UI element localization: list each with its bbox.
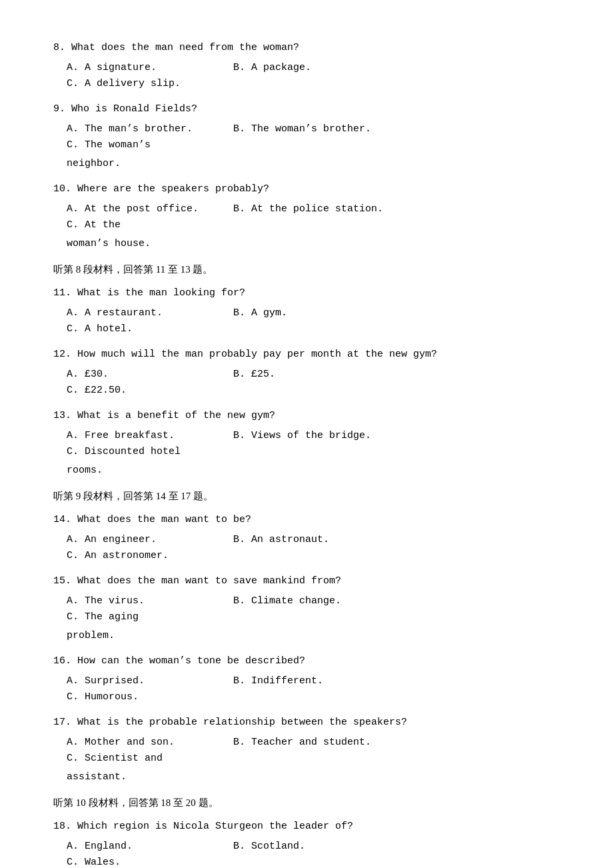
option-c: C. At the: [67, 217, 553, 233]
section-header: 听第 10 段材料，回答第 18 至 20 题。: [53, 795, 560, 811]
wrap-continuation: neighbor.: [67, 156, 560, 172]
options-line: A. A restaurant.B. A gym.C. A hotel.: [67, 305, 560, 337]
option-c: C. Scientist and: [67, 751, 553, 767]
option-c: C. £22.50.: [67, 383, 553, 399]
wrap-continuation: woman’s house.: [67, 236, 560, 252]
section-header: 听第 9 段材料，回答第 14 至 17 题。: [53, 488, 560, 504]
option-c: C. Wales.: [67, 855, 553, 868]
option-b: B. A gym.: [233, 305, 393, 321]
option-a: A. The virus.: [67, 593, 227, 609]
option-b: B. Views of the bridge.: [233, 428, 393, 444]
option-b: B. Scotland.: [233, 839, 393, 855]
option-a: A. A signature.: [67, 60, 227, 76]
option-c: C. An astronomer.: [67, 548, 553, 564]
option-a: A. England.: [67, 839, 227, 855]
option-a: A. Mother and son.: [67, 735, 227, 751]
option-c: C. A hotel.: [67, 321, 553, 337]
question-block: 14. What does the man want to be?A. An e…: [53, 512, 560, 564]
question-block: 9. Who is Ronald Fields?A. The man’s bro…: [53, 101, 560, 172]
wrap-continuation: problem.: [67, 628, 560, 644]
question-block: 13. What is a benefit of the new gym?A. …: [53, 408, 560, 479]
option-a: A. The man’s brother.: [67, 121, 227, 137]
question-line: 18. Which region is Nicola Sturgeon the …: [53, 819, 560, 835]
options-line: A. A signature.B. A package.C. A deliver…: [67, 60, 560, 92]
options-line: A. England.B. Scotland.C. Wales.: [67, 839, 560, 868]
options-line: A. Free breakfast.B. Views of the bridge…: [67, 428, 560, 460]
option-c: C. The woman’s: [67, 137, 553, 153]
question-block: 17. What is the probable relationship be…: [53, 715, 560, 785]
question-block: 12. How much will the man probably pay p…: [53, 347, 560, 399]
option-b: B. A package.: [233, 60, 393, 76]
question-line: 8. What does the man need from the woman…: [53, 40, 560, 56]
question-line: 10. Where are the speakers probably?: [53, 181, 560, 197]
option-c: C. The aging: [67, 609, 553, 625]
question-line: 16. How can the woman’s tone be describe…: [53, 653, 560, 669]
options-line: A. At the post office.B. At the police s…: [67, 201, 560, 233]
question-line: 12. How much will the man probably pay p…: [53, 347, 560, 363]
question-line: 15. What does the man want to save manki…: [53, 573, 560, 589]
option-b: B. Indifferent.: [233, 673, 393, 689]
question-line: 14. What does the man want to be?: [53, 512, 560, 528]
option-c: C. Discounted hotel: [67, 444, 553, 460]
option-b: B. At the police station.: [233, 201, 393, 217]
option-a: A. At the post office.: [67, 201, 227, 217]
option-b: B. An astronaut.: [233, 532, 393, 548]
option-a: A. £30.: [67, 367, 227, 383]
option-c: C. A delivery slip.: [67, 76, 553, 92]
options-line: A. Mother and son.B. Teacher and student…: [67, 735, 560, 767]
question-block: 15. What does the man want to save manki…: [53, 573, 560, 644]
options-line: A. The man’s brother.B. The woman’s brot…: [67, 121, 560, 153]
options-line: A. The virus.B. Climate change.C. The ag…: [67, 593, 560, 625]
option-a: A. Free breakfast.: [67, 428, 227, 444]
question-block: 18. Which region is Nicola Sturgeon the …: [53, 819, 560, 868]
question-line: 17. What is the probable relationship be…: [53, 715, 560, 731]
options-line: A. £30.B. £25.C. £22.50.: [67, 367, 560, 399]
wrap-continuation: assistant.: [67, 769, 560, 785]
question-block: 11. What is the man looking for?A. A res…: [53, 285, 560, 337]
question-block: 10. Where are the speakers probably?A. A…: [53, 181, 560, 252]
options-line: A. An engineer.B. An astronaut.C. An ast…: [67, 532, 560, 564]
question-line: 9. Who is Ronald Fields?: [53, 101, 560, 117]
option-a: A. Surprised.: [67, 673, 227, 689]
option-a: A. An engineer.: [67, 532, 227, 548]
section-header: 听第 8 段材料，回答第 11 至 13 题。: [53, 261, 560, 277]
options-line: A. Surprised.B. Indifferent.C. Humorous.: [67, 673, 560, 705]
question-line: 11. What is the man looking for?: [53, 285, 560, 301]
wrap-continuation: rooms.: [67, 463, 560, 479]
question-block: 8. What does the man need from the woman…: [53, 40, 560, 92]
option-c: C. Humorous.: [67, 689, 553, 705]
option-b: B. Teacher and student.: [233, 735, 393, 751]
main-content: 8. What does the man need from the woman…: [53, 40, 560, 868]
option-b: B. £25.: [233, 367, 393, 383]
option-a: A. A restaurant.: [67, 305, 227, 321]
question-line: 13. What is a benefit of the new gym?: [53, 408, 560, 424]
option-b: B. Climate change.: [233, 593, 393, 609]
question-block: 16. How can the woman’s tone be describe…: [53, 653, 560, 705]
option-b: B. The woman’s brother.: [233, 121, 393, 137]
